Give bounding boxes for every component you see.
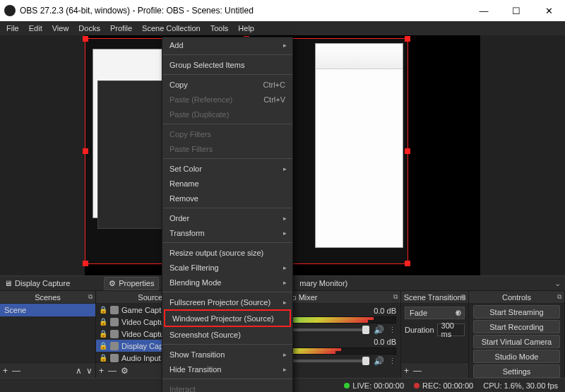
menu-profile[interactable]: Profile — [105, 23, 137, 34]
live-dot-icon — [344, 383, 350, 388]
maximize-button[interactable]: ☐ — [500, 0, 533, 21]
context-menu-item: Paste (Reference)Ctrl+V — [162, 92, 292, 107]
context-menu-item[interactable]: Show Transition — [162, 347, 292, 362]
speaker-icon[interactable]: 🔊 — [374, 356, 384, 366]
scenes-title: Scenes — [35, 293, 61, 302]
source-settings-button[interactable]: ⚙ — [121, 366, 129, 376]
popout-icon[interactable]: ⧉ — [88, 293, 93, 301]
menu-separator — [162, 124, 292, 124]
lock-icon[interactable]: 🔒 — [99, 354, 107, 362]
window-titlebar: OBS 27.2.3 (64-bit, windows) - Profile: … — [0, 0, 565, 21]
remove-transition-button[interactable]: — — [413, 366, 422, 376]
context-menu-item[interactable]: Scale Filtering — [162, 260, 292, 275]
preview-content-right — [315, 43, 403, 248]
resize-handle[interactable] — [405, 148, 410, 154]
menu-docks[interactable]: Docks — [73, 23, 105, 34]
popout-icon[interactable]: ⧉ — [393, 293, 398, 301]
control-button[interactable]: Start Recording — [473, 320, 560, 333]
context-menu-item[interactable]: Group Selected Items — [162, 57, 292, 72]
context-menu-item: Copy Filters — [162, 126, 292, 141]
context-menu-item[interactable]: Resize output (source size) — [162, 245, 292, 260]
menu-help[interactable]: Help — [233, 23, 259, 34]
control-button[interactable]: Settings — [473, 364, 560, 378]
lock-icon[interactable]: 🔒 — [99, 330, 107, 338]
menu-bar: File Edit View Docks Profile Scene Colle… — [0, 21, 565, 35]
minimize-button[interactable]: — — [468, 0, 500, 21]
slider-knob[interactable] — [362, 326, 369, 334]
context-menu-item[interactable]: Remove — [162, 191, 292, 206]
lock-icon[interactable]: 🔒 — [99, 342, 107, 350]
lock-icon[interactable]: 🔒 — [99, 306, 107, 314]
add-source-button[interactable]: + — [99, 366, 104, 376]
menu-separator — [162, 54, 292, 55]
lock-icon[interactable]: 🔒 — [99, 318, 107, 326]
context-menu-item[interactable]: Screenshot (Source) — [162, 327, 292, 342]
resize-handle[interactable] — [405, 261, 410, 266]
menu-edit[interactable]: Edit — [24, 23, 47, 34]
context-menu-item[interactable]: Order — [162, 210, 292, 225]
display-icon — [110, 342, 119, 350]
obs-app-icon — [4, 5, 16, 16]
cpu-status: CPU: 1.6%, 30.00 fps — [483, 381, 558, 390]
remove-scene-button[interactable]: — — [12, 366, 20, 376]
resize-handle[interactable] — [83, 148, 88, 154]
scenes-panel: Scenes⧉ Scene + — ∧ ∨ — [0, 291, 96, 378]
context-menu-item: Paste (Duplicate) — [162, 107, 292, 121]
resize-handle[interactable] — [405, 36, 410, 42]
context-menu-item[interactable]: Blending Mode — [162, 275, 292, 290]
remove-source-button[interactable]: — — [108, 366, 117, 376]
context-menu-item[interactable]: Add — [162, 37, 292, 52]
menu-file[interactable]: File — [1, 23, 24, 34]
control-button[interactable]: Studio Mode — [473, 350, 560, 363]
resize-handle[interactable] — [83, 36, 88, 42]
context-menu-item[interactable]: Fullscreen Projector (Source) — [162, 295, 292, 309]
menu-scene-collection[interactable]: Scene Collection — [137, 23, 206, 34]
game-icon — [110, 306, 119, 314]
scene-up-button[interactable]: ∧ — [76, 366, 82, 376]
chevron-down-icon[interactable]: ⌄ — [554, 279, 561, 288]
channel-menu-icon[interactable]: ⋮ — [388, 357, 396, 366]
context-menu-item[interactable]: Rename — [162, 176, 292, 191]
add-transition-button[interactable]: + — [404, 366, 409, 376]
camera-icon — [110, 330, 119, 338]
close-button[interactable]: ✕ — [533, 0, 565, 21]
control-button[interactable]: Start Streaming — [473, 305, 560, 319]
menu-separator — [162, 242, 292, 243]
context-menu-item[interactable]: Set Color — [162, 161, 292, 176]
menu-view[interactable]: View — [47, 23, 74, 34]
context-menu-item: Paste Filters — [162, 141, 292, 156]
add-scene-button[interactable]: + — [3, 366, 8, 376]
menu-separator — [162, 158, 292, 159]
properties-button[interactable]: ⚙Properties — [104, 277, 159, 290]
mic-icon — [110, 354, 119, 362]
gear-icon: ⚙ — [109, 279, 116, 288]
context-menu-item[interactable]: CopyCtrl+C — [162, 77, 292, 92]
source-context-menu: AddGroup Selected ItemsCopyCtrl+CPaste (… — [162, 37, 293, 392]
transition-gear-icon[interactable]: ⚙ — [455, 309, 462, 318]
duration-input[interactable]: 300 ms — [437, 323, 465, 336]
display-icon: 🖥 — [4, 279, 12, 287]
slider-knob[interactable] — [362, 357, 369, 365]
context-menu-item[interactable]: Transform — [162, 225, 292, 240]
channel-menu-icon[interactable]: ⋮ — [388, 326, 396, 335]
transitions-panel: Scene Transitions⧉ Fade ⚙ Duration 300 m… — [401, 291, 469, 378]
menu-tools[interactable]: Tools — [206, 23, 234, 34]
scene-item[interactable]: Scene — [0, 304, 95, 316]
context-menu-item[interactable]: Hide Transition — [162, 362, 292, 376]
popout-icon[interactable]: ⧉ — [461, 293, 465, 301]
controls-title: Controls — [502, 293, 531, 302]
context-menu-item[interactable]: Windowed Projector (Source) — [165, 311, 290, 326]
scene-down-button[interactable]: ∨ — [86, 366, 93, 376]
channel-db: 0.0 dB — [374, 338, 396, 346]
resize-handle[interactable] — [83, 261, 88, 266]
popout-icon[interactable]: ⧉ — [557, 293, 561, 301]
monitor-label-fragment: mary Monitor) — [299, 279, 347, 287]
controls-panel: Controls⧉ Start StreamingStart Recording… — [469, 291, 565, 378]
speaker-icon[interactable]: 🔊 — [374, 325, 384, 335]
menu-separator — [162, 292, 292, 292]
channel-db: 0.0 dB — [374, 307, 396, 315]
rec-status: REC: 00:00:00 — [414, 381, 473, 390]
control-button[interactable]: Start Virtual Camera — [473, 335, 560, 348]
highlighted-menu-item[interactable]: Windowed Projector (Source) — [164, 309, 291, 327]
rec-dot-icon — [414, 383, 420, 388]
